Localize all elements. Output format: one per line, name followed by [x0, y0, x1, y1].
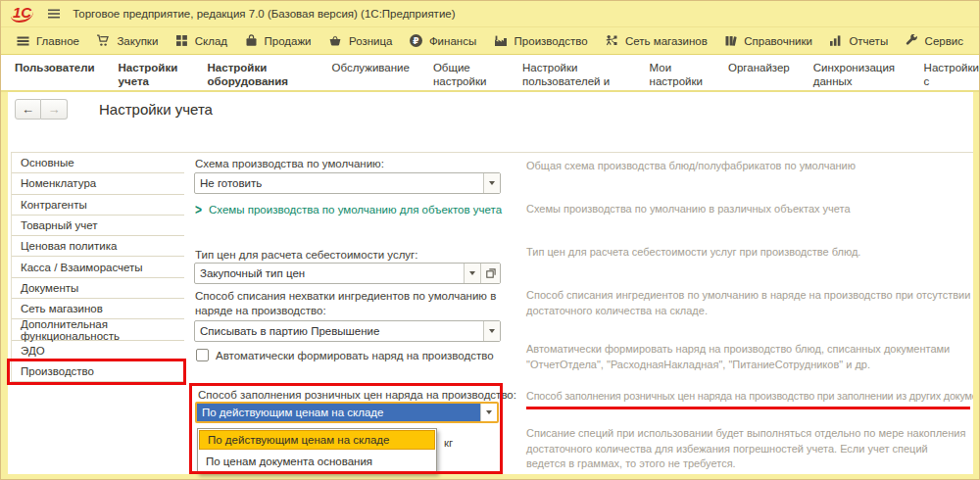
main-menu-bar: Главное Закупки Склад Продажи Розница ₽ …: [1, 27, 979, 55]
function-panel: Пользователи Настройки учета Настройки о…: [1, 55, 979, 92]
bag-icon: [245, 34, 258, 47]
menu-item-retail[interactable]: Розница: [328, 34, 392, 47]
window-title: Торговое предприятие, редакция 7.0 (Базо…: [73, 8, 455, 20]
dropdown-button[interactable]: [483, 321, 500, 341]
chevron-down-icon: [486, 410, 492, 414]
shortage-combobox[interactable]: Списывать в партию Превышение: [194, 320, 501, 342]
page-title: Настройки учета: [99, 101, 213, 118]
open-button[interactable]: [480, 264, 500, 283]
sidebar-item-nomenclature[interactable]: Номенклатура: [12, 173, 184, 194]
chevron-right-icon: >: [195, 201, 202, 218]
dropdown-option-current-prices[interactable]: По действующим ценам на складе: [199, 430, 435, 450]
chevron-down-icon: [489, 329, 495, 333]
unit-label: кг: [444, 437, 453, 449]
menu-item-sales[interactable]: Продажи: [245, 34, 312, 47]
sidebar-item-additional[interactable]: Дополнительная функциональность: [12, 319, 184, 340]
retail-prices-label: Способ заполнения розничных цен наряда н…: [198, 388, 516, 403]
subnav-equipment-settings[interactable]: Настройки оборудования: [208, 61, 309, 90]
sidebar-item-production[interactable]: Производство: [12, 361, 184, 382]
dropdown-option-base-document[interactable]: По ценам документа основания: [198, 451, 436, 472]
scheme-combobox[interactable]: Не готовить: [194, 172, 501, 194]
retail-prices-combobox[interactable]: По действующим ценам на складе: [195, 402, 499, 423]
description-shortage: Способ списания ингредиентов по умолчани…: [526, 288, 975, 318]
sidebar-item-main[interactable]: Основные: [12, 153, 184, 173]
frame-left: [1, 92, 8, 480]
network-icon: [605, 34, 618, 47]
subnav-file-settings[interactable]: Настройки с файлами: [924, 61, 979, 90]
frame-bottom: [1, 474, 979, 479]
subnav-user-rights-settings[interactable]: Настройки пользователей и прав: [522, 61, 626, 90]
cart-icon: [96, 34, 110, 47]
subnav-users[interactable]: Пользователи: [15, 61, 95, 90]
1c-logo: 1С: [11, 5, 33, 23]
books-icon: [724, 34, 737, 47]
ruble-icon: ₽: [410, 34, 422, 47]
grid-icon: [175, 34, 188, 47]
app-window: 1С Торговое предприятие, редакция 7.0 (Б…: [0, 0, 980, 480]
menu-item-production[interactable]: Производство: [494, 34, 588, 47]
menu-item-finance[interactable]: ₽ Финансы: [410, 34, 476, 47]
menu-item-directories[interactable]: Справочники: [724, 34, 812, 47]
chevron-down-icon: [489, 181, 495, 185]
dropdown-button[interactable]: [483, 173, 500, 193]
history-nav: ← →: [15, 99, 68, 120]
main-menu-icon[interactable]: [47, 8, 61, 20]
subnav-my-settings[interactable]: Мои настройки: [650, 61, 705, 90]
sidebar-item-cash[interactable]: Касса / Взаиморасчеты: [12, 257, 184, 277]
sidebar-item-edo[interactable]: ЭДО: [12, 341, 184, 361]
menu-item-reports[interactable]: Отчеты: [829, 34, 888, 47]
dropdown-button[interactable]: [464, 264, 480, 283]
frame-right: [973, 92, 979, 480]
price-type-combobox[interactable]: Закупочный тип цен: [194, 263, 501, 284]
dropdown-button[interactable]: [480, 404, 497, 421]
settings-sidebar: Основные Номенклатура Контрагенты Товарн…: [11, 153, 184, 382]
hamburger-icon: [17, 35, 29, 47]
forward-button[interactable]: →: [41, 99, 68, 120]
description-schemes-link: Схемы производства по умолчанию в различ…: [526, 202, 975, 217]
wrench-icon: [906, 34, 918, 47]
annotation-underline: [526, 407, 970, 409]
subnav-data-sync[interactable]: Синхронизация данных: [813, 61, 901, 90]
factory-icon: [494, 34, 508, 47]
description-price-type: Тип цен для расчета себестоимости услуг …: [526, 245, 975, 261]
menu-item-purchases[interactable]: Закупки: [96, 34, 158, 47]
open-form-icon: [486, 268, 496, 278]
menu-item-warehouse[interactable]: Склад: [175, 34, 227, 47]
description-auto-order: Автоматически формировать наряд на произ…: [526, 342, 975, 372]
bar-chart-icon: [829, 34, 842, 47]
back-button[interactable]: ←: [15, 99, 41, 120]
subnav-organizer[interactable]: Органайзер: [728, 61, 790, 90]
description-retail-prices: Способ заполнения розничных цен наряда н…: [526, 389, 973, 405]
auto-order-checkbox-row[interactable]: Автоматически формировать наряд на произ…: [196, 349, 494, 361]
scheme-label: Схема производства по умолчанию:: [195, 157, 384, 171]
subnav-accounting-settings[interactable]: Настройки учета: [119, 61, 184, 90]
description-spices: Списание специй при использовании будет …: [526, 426, 969, 472]
basket-icon: [328, 34, 342, 47]
title-bar: 1С Торговое предприятие, редакция 7.0 (Б…: [1, 1, 979, 27]
menu-item-main[interactable]: Главное: [17, 35, 79, 47]
sidebar-item-counterparties[interactable]: Контрагенты: [12, 195, 184, 216]
menu-item-store-network[interactable]: Сеть магазинов: [605, 34, 708, 47]
schemes-link[interactable]: > Схемы производства по умолчанию для об…: [195, 203, 502, 216]
sidebar-item-goods-accounting[interactable]: Товарный учет: [12, 216, 184, 236]
shortage-label: Способ списания нехватки ингредиентов по…: [195, 289, 505, 318]
subnav-general-settings[interactable]: Общие настройки: [433, 61, 499, 90]
description-scheme: Общая схема производства блюд/полуфабрик…: [526, 159, 975, 174]
price-type-label: Тип цен для расчета себестоимости услуг:: [195, 248, 418, 263]
sidebar-item-store-network[interactable]: Сеть магазинов: [12, 299, 184, 319]
checkbox-unchecked[interactable]: [196, 349, 209, 361]
chevron-down-icon: [469, 271, 475, 275]
sidebar-item-price-policy[interactable]: Ценовая политика: [12, 236, 184, 257]
subnav-maintenance[interactable]: Обслуживание: [332, 61, 410, 90]
menu-item-service[interactable]: Сервис: [906, 34, 963, 47]
sidebar-item-documents[interactable]: Документы: [12, 278, 184, 299]
retail-prices-dropdown: По действующим ценам на складе По ценам …: [197, 428, 437, 473]
